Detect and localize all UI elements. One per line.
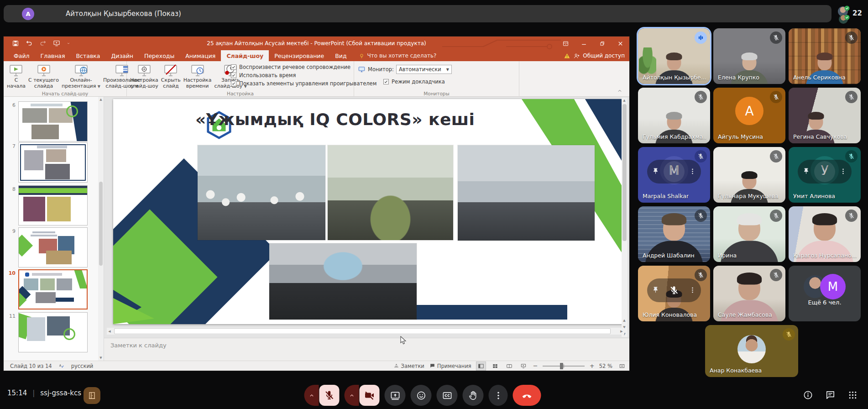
- camera-toggle-options[interactable]: [345, 385, 359, 406]
- participant-tile[interactable]: Андрей Шабалин: [638, 206, 710, 262]
- three-dots-icon[interactable]: [839, 168, 847, 175]
- slide-thumbnail-6[interactable]: [18, 101, 88, 142]
- close-button[interactable]: [611, 37, 629, 50]
- tile-hover-center[interactable]: [664, 280, 685, 301]
- participant-tile[interactable]: MЕщё 6 чел.: [789, 266, 861, 321]
- apps-grid-button[interactable]: [847, 390, 858, 400]
- three-dots-icon[interactable]: [689, 168, 696, 175]
- slide-thumbnail-9[interactable]: [18, 227, 88, 267]
- ribbon-button-настройка[interactable]: Настройкавремени: [182, 62, 213, 90]
- ribbon-tab-8[interactable]: Рецензирование: [269, 50, 329, 61]
- fit-to-window-button[interactable]: [617, 362, 627, 370]
- raise-hand-button[interactable]: [463, 385, 484, 406]
- slide-thumbnail-11[interactable]: [18, 312, 88, 352]
- micoff-icon[interactable]: [319, 385, 340, 406]
- tile-hover-center[interactable]: M: [664, 161, 685, 182]
- ribbon-tab-2[interactable]: Главная: [35, 50, 71, 61]
- redo-button[interactable]: [39, 40, 47, 47]
- participant-tile[interactable]: Қарагоз Нурсапано...: [789, 206, 861, 262]
- slide-horizontal-scrollbar[interactable]: ◀ ▶: [107, 328, 624, 335]
- ribbon-button-онлайн-[interactable]: Онлайн-презентация ▼: [60, 62, 102, 90]
- participant-tile[interactable]: Юлия Коновалова: [638, 266, 710, 321]
- ribbon-tab-9[interactable]: Вид: [329, 50, 352, 61]
- chat-button[interactable]: [825, 390, 836, 400]
- notes-pane[interactable]: Заметки к слайду: [104, 338, 629, 361]
- previous-slide-button[interactable]: ▲: [622, 318, 627, 323]
- captions-button[interactable]: [437, 385, 458, 406]
- ribbon-button-с-текущего[interactable]: С текущегослайда: [27, 62, 60, 90]
- participant-tile[interactable]: ААйгуль Мусина: [713, 88, 785, 143]
- slide-thumbnail-7[interactable]: [18, 142, 88, 183]
- thumbnails-scrollbar[interactable]: ▲ ▼: [98, 97, 104, 361]
- zoom-level[interactable]: 52 %: [599, 363, 612, 369]
- participant-tile[interactable]: Ирина: [713, 206, 785, 262]
- ribbon-tab-7[interactable]: Слайд-шоу: [221, 50, 269, 61]
- participant-tile[interactable]: Регина Савчукова: [789, 88, 861, 143]
- share-button[interactable]: Общий доступ: [564, 50, 625, 61]
- save-button[interactable]: [12, 40, 19, 47]
- ribbon-tab-6[interactable]: Анимация: [180, 50, 221, 61]
- zoom-slider[interactable]: [543, 363, 585, 369]
- zoom-out-button[interactable]: −: [533, 362, 538, 369]
- scroll-up-icon[interactable]: ▲: [98, 97, 104, 102]
- ribbon-tab-1[interactable]: Файл: [8, 50, 35, 61]
- notes-toggle[interactable]: Заметки: [393, 363, 424, 369]
- mic-toggle-options[interactable]: [304, 385, 319, 406]
- camoff-icon[interactable]: [360, 385, 380, 406]
- ribbon-button-с[interactable]: Сначала: [5, 62, 27, 90]
- participant-tile[interactable]: Гульмия Кабдрахма...: [638, 88, 710, 143]
- ribbon-tab-5[interactable]: Переходы: [139, 50, 180, 61]
- three-dots-icon[interactable]: [689, 286, 696, 294]
- ribbon-tab-3[interactable]: Вставка: [71, 50, 106, 61]
- ribbon-button-настройка[interactable]: Настройкаслайд-шоу: [129, 62, 160, 90]
- participant-tile[interactable]: Айтолқын Қызырбе...: [638, 28, 710, 84]
- participant-tile[interactable]: Анель Сериковна: [789, 28, 861, 84]
- reactions-button[interactable]: [411, 385, 432, 406]
- camera-toggle[interactable]: [345, 385, 380, 406]
- pin-icon[interactable]: [802, 168, 810, 175]
- scrollbar-thumb[interactable]: [622, 104, 627, 241]
- slide-thumbnail-8[interactable]: [18, 185, 88, 225]
- scrollbar-thumb[interactable]: [114, 328, 611, 334]
- language-indicator[interactable]: русский: [71, 363, 94, 369]
- participant-tile[interactable]: УУУмит Алинова: [789, 147, 861, 203]
- participant-tile[interactable]: Сауле Жамбасова: [713, 266, 785, 321]
- zoom-in-button[interactable]: +: [590, 362, 594, 369]
- participant-tile[interactable]: Анар Конакбаева: [705, 325, 798, 377]
- zoom-slider-knob[interactable]: [560, 363, 563, 369]
- scroll-up-icon[interactable]: ▲: [622, 98, 627, 103]
- view-sorter-button[interactable]: [491, 362, 500, 370]
- present-button[interactable]: [385, 385, 406, 406]
- ribbon-button-скрыть[interactable]: Скрытьслайд: [160, 62, 182, 90]
- monitor-dropdown[interactable]: Автоматически▼: [396, 65, 452, 74]
- pin-icon[interactable]: [652, 286, 659, 294]
- start-slideshow-button[interactable]: [53, 40, 60, 47]
- slide-canvas[interactable]: «Ұжымдық IQ COLORS» кеші: [113, 99, 624, 324]
- view-slideshow-button[interactable]: [519, 362, 528, 370]
- participant-tile[interactable]: MMMarpala Shalkar: [638, 147, 710, 203]
- ribbon-display-options-button[interactable]: [556, 37, 575, 50]
- slide-thumbnail-10[interactable]: [18, 269, 88, 309]
- collapse-ribbon-button[interactable]: [617, 88, 623, 94]
- tile-hover-center[interactable]: У: [814, 161, 835, 182]
- end-call-button[interactable]: [513, 385, 541, 406]
- restore-button[interactable]: [593, 37, 611, 50]
- scroll-right-icon[interactable]: ▶: [619, 330, 624, 333]
- tell-me-box[interactable]: Что вы хотите сделать?: [359, 50, 437, 61]
- spellcheck-icon[interactable]: [58, 363, 65, 369]
- minimize-button[interactable]: [575, 37, 593, 50]
- pin-icon[interactable]: [652, 168, 659, 175]
- presenter-mode-checkbox[interactable]: Режим докладчика: [383, 78, 445, 86]
- info-button[interactable]: [803, 390, 813, 400]
- scrollbar-thumb[interactable]: [99, 182, 103, 266]
- view-normal-button[interactable]: [476, 362, 486, 370]
- mic-toggle[interactable]: [304, 385, 340, 406]
- more-options-button[interactable]: [489, 385, 508, 406]
- undo-button[interactable]: [26, 40, 33, 47]
- participant-count[interactable]: 22: [835, 4, 865, 25]
- ppt-titlebar[interactable]: 25 ақпан Айтолқын Асусай мектебі - Power…: [4, 37, 629, 50]
- scroll-down-icon[interactable]: ▼: [98, 355, 104, 361]
- participant-tile[interactable]: Елена Крупко: [713, 28, 785, 84]
- participant-tile[interactable]: Гульнара Мукушева: [713, 147, 785, 203]
- scroll-left-icon[interactable]: ◀: [107, 330, 112, 333]
